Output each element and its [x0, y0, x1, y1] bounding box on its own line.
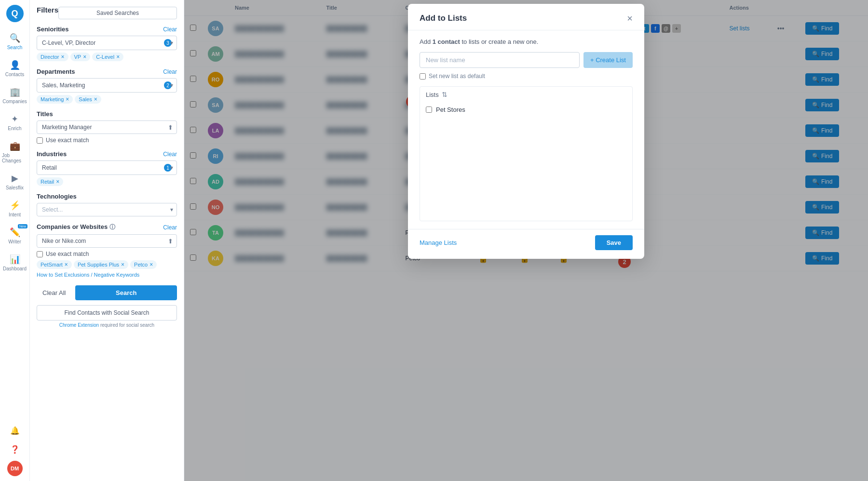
companies-clear[interactable]: Clear [163, 224, 177, 231]
remove-vp-tag[interactable]: × [83, 53, 86, 60]
sidebar-item-enrich[interactable]: ✦ Enrich [0, 110, 29, 135]
seniorities-section: Seniorities Clear C-Level, VP, Director … [37, 26, 177, 61]
industries-section: Industries Clear Retail 1 Retail × [37, 150, 177, 186]
companies-websites-section: Companies or Websites ⓘ Clear ⬆ Use exac… [37, 223, 177, 278]
titles-exact-match-label: Use exact match [46, 137, 89, 144]
company-tag-petco[interactable]: Petco × [130, 260, 157, 269]
set-default-row: Set new list as default [420, 73, 633, 80]
remove-marketing-tag[interactable]: × [66, 96, 69, 103]
sidebar-item-intent[interactable]: ⚡ Intent [0, 196, 29, 221]
companies-websites-label: Companies or Websites ⓘ [37, 223, 115, 231]
add-to-lists-modal: Add to Lists × Add 1 contact to lists or… [408, 4, 644, 259]
seniorities-clear[interactable]: Clear [163, 26, 177, 33]
sidebar-item-label: Job Changes [2, 153, 27, 163]
sidebar-item-label: Intent [9, 212, 21, 217]
technologies-select[interactable]: Select... [37, 203, 177, 216]
modal-close-button[interactable]: × [627, 13, 633, 23]
industries-clear[interactable]: Clear [163, 151, 177, 158]
search-button[interactable]: Search [75, 285, 177, 300]
remove-retail-tag[interactable]: × [56, 178, 59, 185]
departments-select[interactable]: Sales, Marketing 2 [37, 78, 177, 93]
user-avatar[interactable]: DM [7, 461, 23, 476]
set-default-label: Set new list as default [429, 73, 485, 80]
seniorities-label: Seniorities [37, 26, 68, 33]
companies-exact-match-label: Use exact match [46, 251, 89, 257]
companies-upload-icon[interactable]: ⬆ [168, 238, 173, 245]
saved-searches-button[interactable]: Saved Searches [58, 7, 177, 19]
titles-input[interactable] [37, 120, 177, 134]
departments-section: Departments Clear Sales, Marketing 2 Mar… [37, 68, 177, 104]
sidebar-logo[interactable]: Q [6, 5, 24, 22]
remove-petco-tag[interactable]: × [149, 261, 153, 268]
notifications-bell[interactable]: 🔔 [7, 423, 23, 438]
exclusion-link[interactable]: How to Set Exclusions / Negative Keyword… [37, 272, 177, 278]
save-button[interactable]: Save [595, 235, 633, 250]
modal-body: Add 1 contact to lists or create a new o… [408, 30, 644, 229]
titles-label: Titles [37, 110, 53, 118]
lists-sort-icon[interactable]: ⇅ [442, 91, 448, 98]
companies-exact-match-row: Use exact match [37, 251, 177, 257]
company-tag-pet-supplies[interactable]: Pet Supplies Plus × [74, 260, 128, 269]
companies-tags: PetSmart × Pet Supplies Plus × Petco × [37, 260, 177, 269]
departments-tags: Marketing × Sales × [37, 95, 177, 104]
dashboard-icon: 📊 [10, 254, 20, 265]
titles-exact-match-row: Use exact match [37, 137, 177, 144]
dept-tag-sales[interactable]: Sales × [75, 95, 101, 104]
remove-clevel-tag[interactable]: × [116, 53, 120, 60]
pet-stores-checkbox[interactable] [426, 107, 432, 113]
dept-tag-marketing[interactable]: Marketing × [37, 95, 73, 104]
seniority-tag-director[interactable]: Director × [37, 53, 68, 61]
industries-select[interactable]: Retail 1 [37, 160, 177, 175]
remove-sales-tag[interactable]: × [94, 96, 97, 103]
company-tag-petsmart[interactable]: PetSmart × [37, 260, 72, 269]
upload-icon[interactable]: ⬆ [168, 124, 173, 131]
seniority-tag-vp[interactable]: VP × [70, 53, 91, 61]
companies-icon: 🏢 [10, 87, 20, 97]
sidebar-item-label: Salesflix [6, 185, 24, 190]
sidebar-item-companies[interactable]: 🏢 Companies [0, 83, 29, 108]
sidebar-item-search[interactable]: 🔍 Search [0, 29, 29, 54]
companies-info-icon[interactable]: ⓘ [109, 224, 115, 230]
departments-label: Departments [37, 68, 75, 75]
sidebar-item-writer[interactable]: ✏️ Writer New [0, 223, 29, 248]
chrome-extension-link[interactable]: Chrome Extension [59, 322, 99, 328]
remove-pet-supplies-tag[interactable]: × [121, 261, 124, 268]
lists-area: Lists ⇅ Pet Stores [420, 86, 633, 221]
industries-tags: Retail × [37, 177, 177, 186]
sidebar-item-dashboard[interactable]: 📊 Dashboard [0, 250, 29, 275]
chrome-extension-text: Chrome Extension required for social sea… [37, 322, 177, 328]
industry-tag-retail[interactable]: Retail × [37, 177, 63, 186]
sidebar-item-label: Writer [8, 239, 21, 244]
titles-exact-match-checkbox[interactable] [37, 137, 43, 144]
contacts-icon: 👤 [10, 60, 20, 70]
sidebar-item-label: Search [7, 45, 23, 50]
departments-clear[interactable]: Clear [163, 68, 177, 75]
sidebar-item-salesflix[interactable]: ▶ Salesflix [0, 169, 29, 194]
search-icon: 🔍 [10, 33, 20, 43]
modal-overlay[interactable]: Add to Lists × Add 1 contact to lists or… [184, 0, 868, 481]
seniorities-select[interactable]: C-Level, VP, Director 3 [37, 36, 177, 50]
sidebar-item-job-changes[interactable]: 💼 Job Changes [0, 137, 29, 167]
filter-actions: Clear All Search [37, 285, 177, 300]
set-default-checkbox[interactable] [420, 73, 426, 80]
find-contacts-social-button[interactable]: Find Contacts with Social Search [37, 305, 177, 321]
seniority-tag-clevel[interactable]: C-Level × [92, 53, 123, 61]
new-badge: New [18, 224, 27, 228]
new-list-name-input[interactable] [420, 52, 580, 68]
companies-exact-match-checkbox[interactable] [37, 251, 43, 257]
writer-icon: ✏️ [10, 227, 20, 238]
clear-all-button[interactable]: Clear All [37, 285, 71, 300]
modal-subtitle: Add 1 contact to lists or create a new o… [420, 38, 633, 45]
lists-header: Lists ⇅ [426, 91, 626, 98]
job-changes-icon: 💼 [10, 141, 20, 151]
industries-label: Industries [37, 150, 67, 158]
create-list-button[interactable]: + Create List [583, 52, 633, 68]
companies-input[interactable] [37, 234, 177, 248]
sidebar-item-contacts[interactable]: 👤 Contacts [0, 56, 29, 81]
lists-label: Lists [426, 91, 439, 98]
filters-panel: Filters Saved Searches Seniorities Clear… [30, 0, 184, 481]
manage-lists-link[interactable]: Manage Lists [420, 239, 457, 246]
help-icon[interactable]: ❓ [7, 442, 23, 457]
remove-petsmart-tag[interactable]: × [65, 261, 68, 268]
remove-director-tag[interactable]: × [61, 53, 65, 60]
